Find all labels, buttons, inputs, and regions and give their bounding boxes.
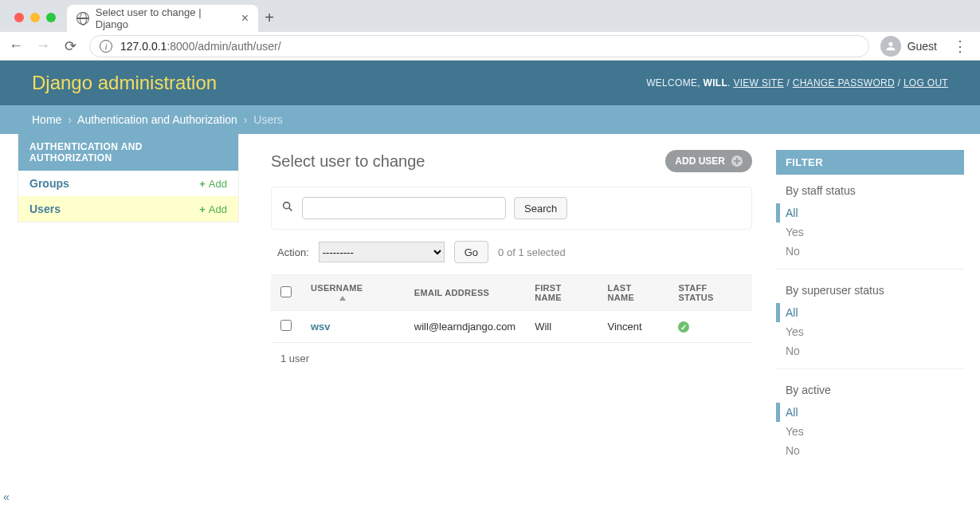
- welcome-text: WELCOME,: [646, 77, 700, 89]
- tab-title: Select user to change | Django: [96, 6, 235, 30]
- row-checkbox[interactable]: [280, 320, 292, 331]
- cell-first-name: Will: [525, 311, 598, 343]
- col-last-name[interactable]: LAST NAME: [598, 275, 669, 311]
- search-button[interactable]: Search: [514, 197, 567, 219]
- action-select[interactable]: ---------: [319, 242, 445, 262]
- browser-toolbar: ← → ⟳ i 127.0.0.1:8000/admin/auth/user/ …: [0, 32, 980, 61]
- username-link[interactable]: wsv: [311, 321, 331, 333]
- cell-staff-status: ✓: [668, 311, 752, 343]
- cell-last-name: Vincent: [598, 311, 669, 343]
- avatar-icon: [880, 36, 901, 57]
- close-tab-icon[interactable]: ×: [241, 12, 249, 25]
- window-controls: [8, 13, 62, 32]
- site-brand[interactable]: Django administration: [32, 72, 217, 94]
- close-window-icon[interactable]: [14, 13, 24, 22]
- action-label: Action:: [277, 246, 309, 258]
- browser-tab[interactable]: Select user to change | Django ×: [67, 5, 258, 32]
- sidebar: AUTHENTICATION AND AUTHORIZATION Groups …: [0, 134, 239, 489]
- select-all-checkbox[interactable]: [280, 286, 292, 297]
- crumb-home[interactable]: Home: [32, 113, 61, 126]
- sidebar-item-label[interactable]: Groups: [29, 177, 69, 190]
- filter-section-superuser: By superuser status All Yes No: [776, 274, 964, 369]
- filter-option[interactable]: No: [776, 441, 964, 460]
- users-table: USERNAME EMAIL ADDRESS FIRST NAME LAST N…: [271, 274, 752, 343]
- back-button[interactable]: ←: [8, 37, 24, 54]
- plus-circle-icon: [731, 156, 743, 167]
- address-bar[interactable]: i 127.0.0.1:8000/admin/auth/user/: [89, 35, 869, 57]
- browser-menu-icon[interactable]: ⋮: [948, 37, 972, 55]
- table-row: wsv will@learndjango.com Will Vincent ✓: [271, 311, 752, 343]
- username-text: WILL: [704, 77, 728, 89]
- sidebar-item-users[interactable]: Users +Add: [18, 196, 238, 222]
- filter-option[interactable]: All: [776, 303, 964, 322]
- crumb-current: Users: [253, 113, 283, 126]
- add-user-button[interactable]: ADD USER: [665, 150, 752, 172]
- col-first-name[interactable]: FIRST NAME: [525, 275, 598, 311]
- browser-tab-bar: Select user to change | Django × +: [0, 0, 980, 32]
- sidebar-item-label[interactable]: Users: [29, 203, 61, 215]
- svg-line-1: [289, 208, 292, 211]
- maximize-window-icon[interactable]: [46, 13, 56, 22]
- filter-option[interactable]: All: [776, 203, 964, 222]
- sort-asc-icon: [339, 296, 346, 301]
- filter-title: By active: [776, 374, 964, 403]
- globe-icon: [76, 12, 89, 25]
- go-button[interactable]: Go: [454, 241, 488, 263]
- sidebar-add-users[interactable]: +Add: [199, 203, 227, 215]
- filter-title: By superuser status: [776, 274, 964, 303]
- col-staff-status[interactable]: STAFF STATUS: [668, 275, 752, 311]
- selection-counter: 0 of 1 selected: [498, 246, 566, 258]
- plus-icon: +: [199, 178, 206, 190]
- filter-option[interactable]: No: [776, 242, 964, 261]
- check-icon: ✓: [678, 321, 689, 333]
- col-username[interactable]: USERNAME: [301, 275, 405, 311]
- view-site-link[interactable]: VIEW SITE: [733, 77, 783, 89]
- col-email[interactable]: EMAIL ADDRESS: [405, 275, 525, 311]
- sidebar-add-groups[interactable]: +Add: [199, 178, 227, 190]
- page-title: Select user to change: [271, 152, 425, 171]
- cell-email: will@learndjango.com: [405, 311, 525, 343]
- breadcrumb: Home › Authentication and Authorization …: [0, 105, 980, 134]
- filter-section-staff: By staff status All Yes No: [776, 175, 964, 270]
- reload-button[interactable]: ⟳: [62, 37, 78, 55]
- plus-icon: +: [199, 203, 206, 215]
- actions-bar: Action: --------- Go 0 of 1 selected: [271, 230, 752, 274]
- logout-link[interactable]: LOG OUT: [904, 77, 948, 89]
- svg-point-0: [284, 203, 290, 209]
- filter-caption: FILTER: [776, 150, 964, 175]
- forward-button: →: [35, 37, 51, 54]
- search-icon: [281, 200, 294, 216]
- search-toolbar: Search: [271, 187, 752, 230]
- crumb-app[interactable]: Authentication and Authorization: [77, 113, 237, 126]
- filter-option[interactable]: Yes: [776, 322, 964, 341]
- filter-option[interactable]: No: [776, 341, 964, 360]
- sidebar-item-groups[interactable]: Groups +Add: [18, 171, 238, 196]
- paginator: 1 user: [271, 343, 752, 374]
- change-password-link[interactable]: CHANGE PASSWORD: [793, 77, 895, 89]
- filter-option[interactable]: All: [776, 403, 964, 422]
- url-text: 127.0.0.1:8000/admin/auth/user/: [120, 40, 281, 53]
- site-header: Django administration WELCOME, WILL. VIE…: [0, 61, 980, 105]
- content: Select user to change ADD USER Search Ac…: [271, 150, 752, 374]
- filter-option[interactable]: Yes: [776, 222, 964, 242]
- filter-panel: FILTER By staff status All Yes No By sup…: [776, 150, 964, 473]
- user-tools: WELCOME, WILL. VIEW SITE / CHANGE PASSWO…: [646, 77, 948, 89]
- minimize-window-icon[interactable]: [30, 13, 40, 22]
- filter-title: By staff status: [776, 175, 964, 203]
- sidebar-caption: AUTHENTICATION AND AUTHORIZATION: [18, 134, 238, 171]
- new-tab-button[interactable]: +: [258, 9, 280, 32]
- search-input[interactable]: [302, 197, 506, 219]
- profile-chip[interactable]: Guest: [880, 36, 937, 57]
- profile-label: Guest: [907, 40, 937, 53]
- site-info-icon[interactable]: i: [100, 40, 112, 53]
- filter-section-active: By active All Yes No: [776, 374, 964, 468]
- filter-option[interactable]: Yes: [776, 422, 964, 441]
